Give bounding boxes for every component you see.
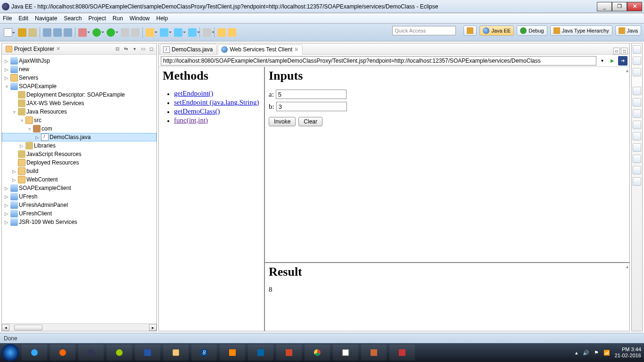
url-input[interactable] — [161, 56, 596, 66]
perspective-debug[interactable]: Debug — [517, 25, 547, 36]
method-get-democlass[interactable]: getDemoClass() — [174, 107, 220, 115]
start-button[interactable] — [2, 344, 19, 361]
menu-edit[interactable]: Edit — [18, 15, 28, 22]
tab-democlass[interactable]: DemoClass.java — [160, 44, 217, 54]
tray-show-hidden-icon[interactable]: ▴ — [575, 350, 578, 356]
open-perspective-button[interactable] — [463, 25, 477, 36]
run-button[interactable] — [92, 28, 101, 37]
menu-navigate[interactable]: Navigate — [35, 15, 57, 22]
properties-view-button[interactable] — [633, 109, 641, 118]
snippets-view-button[interactable] — [633, 143, 641, 152]
perspective-java[interactable]: Java — [615, 25, 641, 36]
horizontal-scrollbar[interactable]: ◂ ▸ — [2, 323, 157, 331]
run-last-button[interactable] — [107, 28, 115, 37]
taskbar-snipping-tool[interactable] — [389, 345, 415, 361]
tree-row[interactable]: Deployment Descriptor: SOAPExample — [2, 90, 157, 99]
taskbar-media-player[interactable] — [220, 345, 245, 361]
tool-button[interactable] — [121, 28, 129, 37]
data-source-view-button[interactable] — [633, 132, 641, 140]
taskbar-android-studio[interactable] — [107, 345, 132, 361]
tool-button[interactable] — [131, 28, 140, 37]
tree-row[interactable]: ▷AjaxWithJsp — [2, 57, 157, 65]
tree-row[interactable]: ▷UFresh — [2, 192, 157, 201]
invoke-button[interactable]: Invoke — [269, 117, 296, 126]
scroll-up-icon[interactable]: ▴ — [626, 264, 628, 269]
expander-icon[interactable]: ▿ — [26, 126, 32, 132]
expander-icon[interactable]: ▷ — [34, 135, 40, 140]
forward-button[interactable] — [228, 28, 236, 37]
expander-icon[interactable]: ▷ — [4, 186, 9, 191]
tree-row[interactable]: ▷Servers — [2, 74, 157, 82]
misc-view-button[interactable] — [633, 177, 641, 186]
menu-search[interactable]: Search — [64, 15, 82, 22]
expander-icon[interactable]: ▷ — [4, 58, 9, 64]
expander-icon[interactable]: ▷ — [11, 177, 17, 182]
taskbar-powerpoint[interactable] — [276, 345, 302, 361]
tool-button[interactable] — [188, 28, 197, 37]
perspective-hierarchy[interactable]: Java Type Hierarchy — [550, 25, 612, 36]
taskbar-ie[interactable] — [22, 345, 47, 361]
tree-row[interactable]: ▷Libraries — [2, 141, 157, 150]
expander-icon[interactable]: ▷ — [4, 67, 9, 72]
menu-window[interactable]: Window — [130, 15, 150, 22]
taskbar-notepad[interactable] — [333, 345, 358, 361]
tree-row[interactable]: Deployed Resources — [2, 158, 157, 167]
expander-icon[interactable]: ▷ — [4, 194, 9, 199]
expander-icon[interactable]: ▿ — [19, 118, 25, 123]
scroll-up-icon[interactable]: ▴ — [626, 68, 628, 73]
tray-flag-icon[interactable]: ⚑ — [594, 350, 599, 356]
new-server-button[interactable] — [146, 28, 154, 37]
close-tab-icon[interactable]: ✕ — [294, 47, 298, 53]
method-set-endpoint[interactable]: setEndpoint (java.lang.String) — [174, 99, 259, 106]
method-get-endpoint[interactable]: getEndpoint() — [174, 90, 213, 97]
search-button[interactable] — [203, 28, 211, 37]
perspective-javaee[interactable]: Java EE — [479, 25, 514, 36]
tree-row[interactable]: ▷WebContent — [2, 175, 157, 184]
maximize-button[interactable]: ❐ — [612, 2, 627, 11]
save-all-button[interactable] — [28, 28, 37, 37]
back-button[interactable] — [217, 28, 226, 37]
taskbar-app[interactable]: 8 — [191, 345, 217, 361]
save-button[interactable] — [18, 28, 26, 37]
taskbar-javaee[interactable] — [361, 345, 387, 361]
go-button[interactable]: ▶ — [608, 56, 617, 66]
tool-button[interactable] — [64, 28, 72, 37]
view-menu-button[interactable]: ▾ — [131, 46, 138, 52]
tree-row[interactable]: ▷UFreshClient — [2, 209, 157, 218]
tool-button[interactable] — [160, 28, 168, 37]
url-dropdown-button[interactable]: ▾ — [597, 56, 607, 66]
maximize-view-button[interactable]: ◻ — [148, 46, 155, 52]
input-a-field[interactable] — [276, 90, 347, 99]
menu-help[interactable]: Help — [157, 15, 168, 22]
scroll-thumb[interactable] — [14, 325, 42, 330]
input-b-field[interactable] — [276, 102, 347, 111]
expander-icon[interactable]: ▷ — [4, 203, 9, 208]
close-view-icon[interactable]: ✕ — [56, 46, 60, 52]
taskbar-explorer[interactable] — [163, 345, 189, 361]
scroll-right-button[interactable]: ▸ — [149, 324, 157, 331]
scroll-left-button[interactable]: ◂ — [2, 324, 9, 331]
tray-clock[interactable]: PM 3:44 21-02-2016 — [615, 346, 641, 359]
browser-menu-button[interactable]: ➔ — [618, 56, 627, 66]
expander-icon[interactable]: ▿ — [4, 84, 9, 89]
minimize-editor-button[interactable]: ▭ — [613, 48, 620, 54]
taskbar-chrome[interactable] — [305, 345, 330, 361]
restore-view-button[interactable] — [633, 87, 641, 95]
tray-network-icon[interactable]: 📶 — [603, 350, 610, 356]
taskbar-dev[interactable] — [248, 345, 273, 361]
taskbar-app[interactable] — [135, 345, 160, 361]
collapse-all-button[interactable]: ⊟ — [114, 46, 121, 52]
markers-view-button[interactable] — [633, 98, 641, 107]
expander-icon[interactable]: ▷ — [19, 143, 25, 148]
servers-view-button[interactable] — [633, 121, 641, 129]
tree-row[interactable]: ▷new — [2, 65, 157, 74]
tasklist-view-button[interactable] — [633, 68, 641, 76]
tree-row[interactable]: ▿SOAPExample — [2, 82, 157, 90]
tab-web-services-test-client[interactable]: Web Services Test Client ✕ — [218, 44, 303, 55]
expander-icon[interactable]: ▷ — [11, 169, 17, 174]
expander-icon[interactable]: ▷ — [4, 75, 9, 81]
tree-row[interactable]: JavaScript Resources — [2, 150, 157, 158]
tree-row[interactable]: ▷UFreshAdminPanel — [2, 201, 157, 209]
menu-file[interactable]: File — [3, 15, 12, 22]
tree-row[interactable]: ▷DemoClass.java — [2, 133, 157, 141]
